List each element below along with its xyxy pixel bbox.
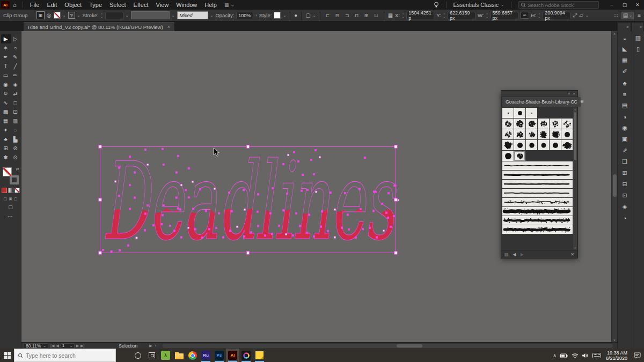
status-arrows[interactable]: ▶‹ [149, 344, 156, 348]
document-setup-icon[interactable]: ▢ [305, 12, 310, 18]
fill-stroke-indicator[interactable]: ⇄ [2, 167, 19, 184]
taskbar-app-sticky-notes[interactable] [253, 349, 266, 362]
direct-selection-tool[interactable]: ▷ [11, 34, 20, 43]
menu-window[interactable]: Window [176, 2, 197, 8]
brush-stroke-swatch[interactable] [502, 171, 573, 179]
panel-tab[interactable]: Gouache-Shader-Brush-Library-CC [502, 97, 581, 107]
close-panel-icon[interactable]: × [573, 92, 575, 96]
taskbar-clock[interactable]: 10:38 AM 8/21/2020 [605, 350, 628, 361]
action-center-button[interactable] [632, 352, 642, 359]
brush-stroke-swatch[interactable] [502, 207, 573, 216]
chevron-down-icon[interactable]: ⌄ [126, 13, 129, 18]
collapse-panel-icon[interactable]: « [568, 92, 570, 96]
graphic-styles-panel-icon[interactable]: ▣ [619, 134, 631, 145]
canvas[interactable]: Deadlines Deadlines « [21, 31, 611, 342]
vertical-scrollbar[interactable]: ∧ ∨ [611, 31, 617, 342]
w-stepper[interactable]: ⌃⌄ [486, 13, 488, 18]
brush-swatch[interactable] [538, 140, 549, 150]
taskbar-app-chrome[interactable] [186, 349, 199, 362]
align-middle-icon[interactable]: ⊞ [363, 13, 370, 18]
brush-swatch[interactable] [502, 140, 514, 150]
h-stepper[interactable]: ⌃⌄ [538, 13, 540, 18]
start-button[interactable] [0, 349, 14, 362]
next-library-icon[interactable]: ▶ [521, 252, 524, 257]
eyedropper-tool[interactable]: ✦ [1, 125, 11, 135]
brush-swatch[interactable] [502, 151, 514, 161]
document-tab[interactable]: Rise and Grind_V2 copy.ai* @ 80.11% (RGB… [24, 22, 174, 31]
x-value[interactable]: 1504.4251 p [406, 12, 434, 19]
zoom-tool[interactable]: ⊙ [11, 153, 20, 162]
stock-search-input[interactable] [528, 2, 587, 8]
libraries-panel-icon[interactable]: ▥ [632, 32, 644, 43]
horizontal-scrollbar[interactable] [163, 344, 613, 348]
chevron-down-icon[interactable]: ⌄ [210, 13, 214, 18]
close-button[interactable]: ✕ [631, 0, 644, 10]
rotate-tool[interactable]: ↻ [1, 89, 11, 98]
variable-width-profile-dropdown[interactable]: Mixed [177, 11, 208, 19]
none-button[interactable] [14, 188, 20, 193]
brush-swatch[interactable] [502, 129, 514, 139]
chevron-down-icon[interactable]: ⌄ [172, 13, 175, 18]
next-artboard-icon[interactable]: ▶ [76, 344, 79, 348]
symbol-sprayer-tool[interactable]: ♣ [1, 135, 11, 144]
dock-collapse-right[interactable]: « [632, 23, 644, 31]
blend-tool[interactable]: ◌ [11, 125, 20, 135]
horizontal-scroll-thumb[interactable] [397, 344, 422, 348]
grid-options-icon[interactable]: ∷ [614, 12, 617, 18]
drawing-modes[interactable]: ▢▣▢ [4, 197, 18, 201]
brush-swatch[interactable] [502, 108, 514, 118]
swap-fill-stroke-icon[interactable]: ⇄ [16, 167, 19, 172]
brush-stroke-swatch[interactable] [502, 198, 573, 206]
workspace-switcher[interactable]: Essentials Classic⌄ [453, 2, 504, 8]
arrange-documents-icon[interactable]: ▦⌄ [224, 2, 235, 8]
navigator-panel-icon[interactable]: ◔ [619, 212, 631, 224]
brush-swatch[interactable] [514, 140, 525, 150]
chevron-down-icon[interactable]: ⌄ [77, 13, 80, 18]
selection-tool[interactable]: ▶ [1, 34, 11, 43]
transform-reference-icon[interactable]: ▦ [388, 12, 393, 18]
brush-swatch[interactable] [514, 108, 525, 118]
fill-swatch[interactable] [54, 12, 61, 19]
brush-swatch[interactable] [514, 151, 525, 161]
color-button[interactable] [2, 188, 7, 193]
target-icon[interactable]: ◎ [47, 12, 52, 18]
taskbar-app-premiere-rush[interactable]: Ru [199, 349, 213, 362]
taskbar-search-input[interactable] [26, 352, 101, 359]
column-graph-tool[interactable]: ▙ [11, 135, 20, 144]
panel-toggle-icon[interactable]: ▤⌄ [621, 12, 634, 19]
panel-menu-icon[interactable]: ≡ [581, 99, 584, 105]
brush-swatch[interactable] [538, 119, 549, 129]
menu-edit[interactable]: Edit [47, 2, 57, 8]
touch-keyboard-icon[interactable] [592, 353, 601, 358]
brush-swatch[interactable] [514, 129, 525, 139]
h-value[interactable]: 200.9094 px [543, 12, 570, 19]
w-value[interactable]: 559.6857 px [491, 12, 518, 19]
artboards-panel-icon[interactable]: ❏ [619, 156, 631, 167]
stroke-panel-icon[interactable]: ≡ [619, 88, 631, 100]
recolor-artwork-icon[interactable]: ● [294, 12, 297, 18]
gradient-panel-icon[interactable]: ▤ [619, 100, 631, 111]
fill-indicator[interactable] [3, 167, 12, 176]
appearance-panel-icon[interactable]: ◉ [619, 122, 631, 134]
taskbar-app-lambda-app[interactable]: λ [159, 349, 172, 362]
chevron-down-icon[interactable]: ⌄ [313, 13, 316, 18]
bounding-box-icon[interactable]: ▣ [36, 11, 45, 19]
align-left-icon[interactable]: ⊏ [324, 13, 332, 18]
load-library-icon[interactable]: ▤ [504, 252, 509, 257]
stroke-indicator[interactable] [10, 175, 19, 184]
delete-brush-icon[interactable]: ✕ [570, 252, 574, 257]
mesh-tool[interactable]: ▦ [1, 116, 11, 125]
constrain-proportions-icon[interactable]: ∞ [521, 12, 529, 19]
home-icon[interactable]: ⌂ [13, 2, 17, 8]
lasso-tool[interactable]: ○ [11, 43, 20, 53]
pathfinder-panel-icon[interactable]: ⊡ [619, 190, 631, 201]
layers-panel-icon[interactable]: ◈ [619, 201, 631, 212]
scroll-up-icon[interactable]: ∧ [613, 32, 616, 35]
taskbar-app-file-explorer[interactable] [172, 349, 186, 362]
magic-wand-tool[interactable]: ✶ [1, 43, 11, 53]
taskbar-app-creative-cloud[interactable] [239, 349, 253, 362]
brush-stroke-swatch[interactable] [502, 161, 573, 170]
taskbar-app-illustrator[interactable]: Ai [226, 349, 239, 362]
artwork-word-outline[interactable]: Deadlines [102, 139, 397, 264]
brush-definition-dropdown[interactable] [131, 11, 170, 19]
